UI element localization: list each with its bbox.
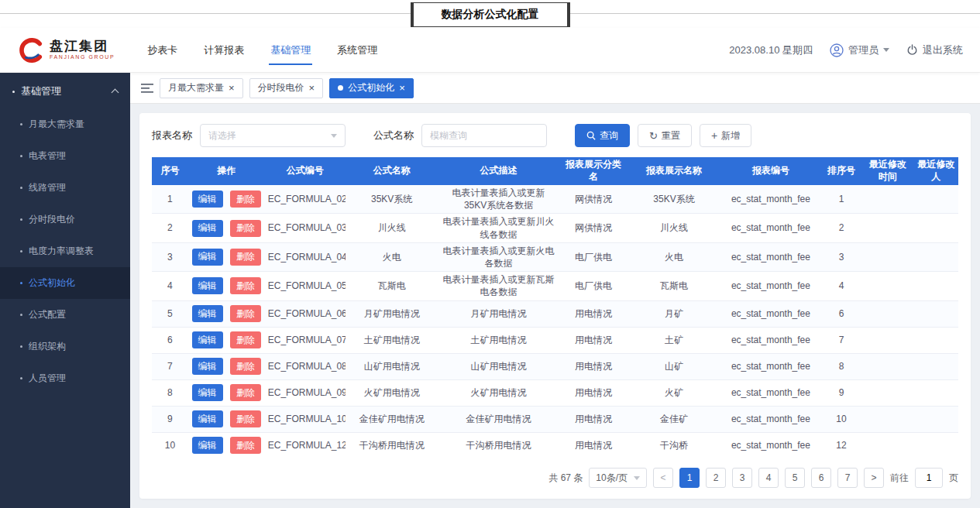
sidebar-item[interactable]: 公式初始化 <box>0 267 130 299</box>
page-number-button[interactable]: 6 <box>811 468 831 488</box>
delete-button[interactable]: 删除 <box>230 305 261 322</box>
sidebar-item[interactable]: 组织架构 <box>0 331 130 362</box>
delete-button[interactable]: 删除 <box>230 190 261 208</box>
edit-button[interactable]: 编辑 <box>192 384 223 401</box>
cell-modified-by <box>914 185 958 214</box>
sidebar-item[interactable]: 电度力率调整表 <box>0 235 130 267</box>
cell-seq: 5 <box>152 300 188 327</box>
delete-button[interactable]: 删除 <box>230 410 261 427</box>
tab-close-icon[interactable] <box>399 82 405 94</box>
cell-seq: 2 <box>152 214 188 242</box>
company-logo: 盘江集团 FANJIANG GROUP <box>17 38 115 63</box>
cell-modified-time <box>861 272 914 300</box>
sidebar-item[interactable]: 人员管理 <box>0 362 130 394</box>
cell-modified-by <box>914 379 958 406</box>
tab-list-collapse-icon[interactable] <box>141 83 153 94</box>
sidebar-item[interactable]: 公式配置 <box>0 299 130 331</box>
prev-page-button[interactable] <box>653 468 673 488</box>
delete-button[interactable]: 删除 <box>230 277 261 294</box>
delete-button[interactable]: 删除 <box>230 220 261 237</box>
cell-sort-no: 4 <box>821 272 861 300</box>
table-head-row: 序号操作公式编号公式名称公式描述报表展示分类名报表展示名称报表编号排序号最近修改… <box>152 157 958 185</box>
cell-formula-name: 干沟桥用电情况 <box>346 432 438 458</box>
page-number-button[interactable]: 2 <box>706 468 726 488</box>
column-header: 最近修改人 <box>914 157 958 185</box>
cell-modified-by <box>914 406 958 432</box>
cell-seq: 7 <box>152 353 188 379</box>
search-button[interactable]: 查询 <box>575 124 630 147</box>
delete-button[interactable]: 删除 <box>230 249 261 266</box>
logo-subtitle: FANJIANG GROUP <box>50 54 115 60</box>
nav-item[interactable]: 计算报表 <box>202 28 246 73</box>
formula-name-input[interactable] <box>421 124 547 147</box>
next-page-button[interactable] <box>864 468 884 488</box>
edit-button[interactable]: 编辑 <box>192 277 223 294</box>
table-row: 3 编辑 删除 EC_FORMULA_04 火电 电表计量表插入或更新火电各数据… <box>152 242 958 271</box>
page-number-button[interactable]: 5 <box>785 468 805 488</box>
delete-button[interactable]: 删除 <box>230 358 261 375</box>
sidebar-menu: 月最大需求量 电表管理 线路管理 分时段电价 电度力率调整表 公式初始化 公式配… <box>0 108 130 394</box>
edit-button[interactable]: 编辑 <box>192 220 223 237</box>
cell-formula-desc: 干沟桥用电情况 <box>438 432 559 458</box>
edit-button[interactable]: 编辑 <box>192 249 223 266</box>
nav-item[interactable]: 系统管理 <box>335 28 379 73</box>
edit-button[interactable]: 编辑 <box>192 190 223 208</box>
tab-close-icon[interactable] <box>229 82 235 94</box>
chevron-down-icon <box>883 48 889 52</box>
report-name-select[interactable]: 请选择 <box>200 124 346 147</box>
edit-button[interactable]: 编辑 <box>192 331 223 348</box>
cell-report-display-name: 月矿 <box>628 300 720 327</box>
cell-formula-code: EC_FORMULA_10 <box>265 406 346 432</box>
bullet-icon <box>20 187 22 189</box>
edit-button[interactable]: 编辑 <box>192 437 223 454</box>
cell-report-display-name: 35KV系统 <box>628 185 720 214</box>
sidebar-item[interactable]: 月最大需求量 <box>0 108 130 140</box>
power-icon <box>906 44 918 56</box>
edit-button[interactable]: 编辑 <box>192 410 223 427</box>
page-number-button[interactable]: 4 <box>758 468 779 488</box>
nav-item[interactable]: 抄表卡 <box>146 28 179 73</box>
sidebar-group-title[interactable]: 基础管理 <box>0 73 130 108</box>
page-number-button[interactable]: 1 <box>679 468 700 488</box>
cell-formula-name: 川火线 <box>346 214 438 242</box>
tab[interactable]: 分时段电价 <box>249 78 324 98</box>
sidebar-item[interactable]: 线路管理 <box>0 172 130 204</box>
tab[interactable]: 月最大需求量 <box>160 78 243 98</box>
reset-button[interactable]: 重置 <box>638 124 692 147</box>
delete-button[interactable]: 删除 <box>230 384 261 401</box>
page-number-button[interactable]: 3 <box>732 468 752 488</box>
cell-sort-no: 1 <box>821 185 861 214</box>
bullet-icon <box>20 282 22 284</box>
sidebar-item-label: 公式初始化 <box>29 276 75 290</box>
cell-sort-no: 6 <box>821 300 861 327</box>
user-menu[interactable]: 管理员 <box>830 43 889 57</box>
nav-item[interactable]: 基础管理 <box>269 28 312 73</box>
tab-label: 分时段电价 <box>258 81 304 94</box>
logout-button[interactable]: 退出系统 <box>906 43 963 57</box>
sidebar-item-label: 电度力率调整表 <box>29 245 94 258</box>
sidebar-item-label: 线路管理 <box>29 181 66 194</box>
nav-item-label: 基础管理 <box>270 44 311 56</box>
goto-page-input[interactable] <box>915 468 943 488</box>
cell-report-display-name: 火电 <box>628 242 720 271</box>
cell-report-code: ec_stat_month_fee <box>720 379 821 406</box>
search-icon <box>586 131 596 140</box>
edit-button[interactable]: 编辑 <box>192 358 223 375</box>
cell-seq: 10 <box>152 432 188 458</box>
cell-formula-desc: 电表计量表插入或更新川火线各数据 <box>438 214 559 242</box>
sidebar-item[interactable]: 分时段电价 <box>0 204 130 235</box>
sidebar-item[interactable]: 电表管理 <box>0 140 130 172</box>
tab-bar: 月最大需求量 分时段电价 公式初始化 <box>130 73 980 104</box>
cell-formula-code: EC_FORMULA_12 <box>265 432 346 458</box>
nav-item-label: 计算报表 <box>204 44 244 56</box>
page-number-button[interactable]: 7 <box>837 468 858 488</box>
delete-button[interactable]: 删除 <box>230 437 261 454</box>
cell-sort-no: 3 <box>821 242 861 271</box>
tab-close-icon[interactable] <box>309 82 315 94</box>
delete-button[interactable]: 删除 <box>230 331 261 348</box>
tab[interactable]: 公式初始化 <box>329 78 414 98</box>
sidebar-group-label: 基础管理 <box>21 84 61 98</box>
add-button[interactable]: 新增 <box>700 124 751 147</box>
page-size-select[interactable]: 10条/页 <box>589 468 647 488</box>
edit-button[interactable]: 编辑 <box>192 305 223 322</box>
